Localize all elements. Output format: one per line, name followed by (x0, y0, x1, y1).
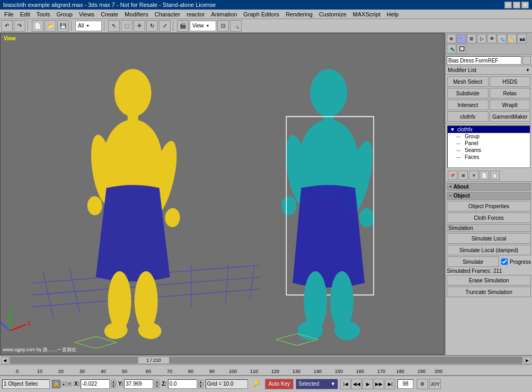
time-slider-track[interactable]: 1 / 210 (10, 357, 522, 364)
stack-item-seams[interactable]: — Seams (448, 147, 530, 154)
menu-item-graph-editors[interactable]: Graph Editors (240, 11, 282, 18)
paste-mod-button[interactable]: 📋 (490, 171, 500, 180)
time-slider-thumb[interactable]: 1 / 210 (138, 357, 170, 364)
menu-item-views[interactable]: Views (76, 11, 97, 18)
hsds-button[interactable]: HSDS (490, 76, 531, 87)
modifier-stack[interactable]: ▼ clothfx — Group — Panel — Seams — Face… (447, 126, 530, 168)
redo-button[interactable]: ↷ (14, 20, 25, 32)
r3[interactable]: 🔦 (447, 44, 456, 54)
about-section-header[interactable]: + About (447, 183, 531, 191)
stack-item-group[interactable]: — Group (448, 133, 530, 140)
y-spin-up[interactable]: ▲ (154, 380, 159, 384)
zoom-extents-button[interactable]: ⊡ (217, 20, 229, 32)
frame-input[interactable] (397, 379, 413, 389)
progress-checkbox[interactable] (501, 259, 508, 265)
lock-spin-down[interactable]: ▼ (67, 382, 72, 386)
mesh-select-button[interactable]: Mesh Select (447, 76, 489, 87)
select-region-button[interactable]: ⬚ (121, 20, 132, 32)
object-properties-button[interactable]: Object Properties (447, 201, 531, 211)
object-select-input[interactable] (2, 379, 50, 389)
settings-icon[interactable]: ⚙ (416, 379, 428, 389)
menu-item-maxscript[interactable]: MAXScript (350, 11, 384, 18)
relax-button[interactable]: Relax (490, 88, 531, 99)
auto-key-button[interactable]: Auto Key (265, 379, 294, 389)
x-spin-down[interactable]: ▼ (111, 384, 116, 388)
menu-item-character[interactable]: Character (152, 11, 183, 18)
erase-simulation-button[interactable]: Erase Simulation (447, 275, 531, 286)
lock-icon[interactable]: 🔒 (52, 380, 60, 388)
menu-item-rendering[interactable]: Rendering (282, 11, 316, 18)
wrapit-button[interactable]: WrapIt (490, 100, 531, 110)
menu-item-customize[interactable]: Customize (316, 11, 350, 18)
copy-mod-button[interactable]: 📄 (480, 171, 489, 180)
skip-start-button[interactable]: |◀ (340, 379, 351, 389)
clothfx-button[interactable]: clothfx (447, 111, 489, 122)
key-icon[interactable]: 🔑 (250, 379, 263, 389)
cloth-forces-button[interactable]: Cloth Forces (447, 212, 531, 223)
menu-item-tools[interactable]: Tools (33, 11, 54, 18)
truncate-simulation-button[interactable]: Truncate Simulation (447, 287, 531, 297)
utilities-icon[interactable]: 🔩 (497, 34, 507, 43)
z-spin-up[interactable]: ▲ (198, 380, 203, 384)
scale-button[interactable]: ⤢ (159, 20, 171, 32)
skip-end-button[interactable]: ▶| (385, 379, 395, 389)
pin-stack-button[interactable]: 📌 (448, 171, 457, 180)
viewport[interactable]: View (0, 33, 445, 355)
hierarchy-icon[interactable]: ⊞ (467, 34, 476, 43)
modify-icon[interactable]: 🔧 (457, 34, 466, 43)
color-swatch[interactable] (522, 56, 531, 65)
menu-item-file[interactable]: File (1, 11, 17, 18)
zoom-button[interactable]: 🔍 (230, 20, 242, 32)
menu-item-edit[interactable]: Edit (17, 11, 33, 18)
create-icon[interactable]: ⊕ (447, 34, 456, 43)
y-input[interactable] (124, 379, 153, 389)
move-button[interactable]: ✛ (134, 20, 145, 32)
garmentmaker-button[interactable]: GarmentMaker (490, 111, 531, 122)
menu-item-modifiers[interactable]: Modifiers (121, 11, 152, 18)
stack-item-panel[interactable]: — Panel (448, 140, 530, 147)
close-button[interactable]: ✕ (521, 2, 529, 8)
stack-item-clothfx[interactable]: ▼ clothfx (448, 126, 530, 133)
object-section-header[interactable]: − Object (447, 192, 531, 200)
open-button[interactable]: 📂 (45, 20, 56, 32)
z-input[interactable] (168, 379, 197, 389)
next-frame-button[interactable]: ▶ (524, 357, 531, 364)
x-input[interactable] (81, 379, 110, 389)
menu-item-create[interactable]: Create (97, 11, 121, 18)
select-filter-dropdown[interactable]: All (75, 21, 102, 31)
simulate-button[interactable]: Simulate (447, 256, 499, 267)
r4[interactable]: 🔲 (457, 44, 466, 54)
minimize-button[interactable]: ─ (504, 2, 512, 8)
y-spin-down[interactable]: ▼ (154, 384, 159, 388)
z-spin-down[interactable]: ▼ (198, 384, 203, 388)
menu-item-reactor[interactable]: reactor (183, 11, 208, 18)
menu-item-group[interactable]: Group (53, 11, 76, 18)
save-button[interactable]: 💾 (57, 20, 69, 32)
simulate-local-damped-button[interactable]: Simulate Local (damped) (447, 245, 531, 255)
select-button[interactable]: ↖ (108, 20, 120, 32)
display-icon[interactable]: 👁 (487, 34, 496, 43)
render-button[interactable]: 🎬 (177, 20, 189, 32)
next-key-button[interactable]: ▶▶ (374, 379, 384, 389)
selected-dropdown[interactable]: Selected ▼ (296, 379, 338, 389)
show-end-button[interactable]: ⊞ (458, 171, 468, 180)
object-name-input[interactable] (447, 56, 521, 65)
maximize-button[interactable]: □ (513, 2, 520, 8)
delete-mod-button[interactable]: ✕ (469, 171, 478, 180)
menu-item-help[interactable]: Help (384, 11, 402, 18)
rotate-button[interactable]: ↻ (146, 20, 158, 32)
prev-frame-button[interactable]: ◀ (1, 357, 8, 364)
prev-key-button[interactable]: ◀◀ (351, 379, 362, 389)
new-button[interactable]: 📄 (32, 20, 43, 32)
stack-item-faces[interactable]: — Faces (448, 154, 530, 161)
intersect-button[interactable]: Intersect (447, 100, 489, 110)
menu-item-animation[interactable]: Animation (208, 11, 240, 18)
undo-button[interactable]: ↶ (1, 20, 13, 32)
play-button[interactable]: ▶ (362, 379, 373, 389)
subdivide-button[interactable]: Subdivide (447, 88, 489, 99)
motion-icon[interactable]: ▷ (477, 34, 486, 43)
r1[interactable]: 📐 (507, 34, 517, 43)
view-dropdown[interactable]: View (190, 21, 216, 31)
lock-spin-up[interactable]: ▲ (61, 382, 66, 386)
r2[interactable]: 📷 (517, 34, 527, 43)
